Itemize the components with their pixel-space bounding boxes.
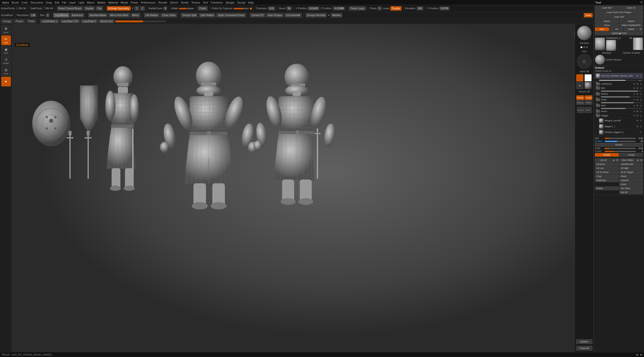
menu-item-transform[interactable]: Transform [209,1,224,5]
paste-list-btn[interactable]: Paste [619,174,643,178]
subtool-visibility-toggle[interactable]: 👁 [636,83,639,85]
append-btn[interactable]: Append [619,178,643,182]
model-canvas[interactable] [12,23,594,352]
subtool-settings-btn[interactable]: ⚙ [640,114,642,117]
accept-btn[interactable]: Accept [619,153,643,157]
stamp-btn[interactable]: Stamp [576,100,584,105]
all-btn[interactable]: All [609,27,624,31]
close-holes-btn[interactable]: Close Holes [160,13,177,17]
subtool-visibility-toggle[interactable]: 👁 [636,75,639,77]
max-ars-btn[interactable]: MaxArs [331,13,342,17]
load-tools-project-btn[interactable]: Load Tools From Project [595,10,643,14]
loops-btn[interactable]: Double [390,6,401,11]
menu-item-movie[interactable]: Movie [120,1,129,5]
subtool-settings-btn[interactable]: ⚙ [640,98,642,101]
viewport[interactable]: TOP LEFT FRONT DynaMesh [12,23,594,352]
menu-item-alpha[interactable]: Alpha [1,1,10,5]
menu-item-tool[interactable]: Tool [202,1,209,5]
flip-btn[interactable]: Flip [96,6,103,11]
rename-btn[interactable]: Rename [595,162,619,166]
subtool-visibility-toggle[interactable]: 👁 [636,87,639,90]
subtool-visibility-toggle[interactable]: 👁 [636,131,639,134]
copy-tool-btn[interactable]: Copy Tool [595,15,643,19]
goz-btn[interactable]: GoZ [595,27,609,31]
toolbar-slider[interactable] [234,8,249,9]
menu-item-zplugin[interactable]: Zplugin [224,1,235,5]
lazy-step[interactable]: LazyStep 0.25 [60,19,80,23]
subtool-visibility-toggle[interactable]: 👁 [636,110,639,113]
zoom-arrow-left[interactable]: ◀ [636,353,638,356]
menu-item-stroke[interactable]: Stroke [180,1,190,5]
menu-item-file[interactable]: File [61,1,67,5]
project-all-btn[interactable]: ProjectAll [576,346,592,350]
double-btn-r1[interactable]: Double [84,6,95,11]
uncrease-btn[interactable]: UnCreaseAll [284,13,301,17]
lightbox-tools-btn[interactable]: Lightbox▶Tools [595,31,643,35]
all-low-btn[interactable]: All Low [595,166,619,170]
subtool-settings-btn[interactable]: ⚙ [640,131,642,134]
menu-item-macro[interactable]: Macro [86,1,96,5]
menu-item-light[interactable]: Light [77,1,85,5]
backtrack-btn[interactable]: Backtrack [70,13,84,17]
move-btn[interactable]: ✥Move [1,25,11,35]
reset-brush-btn[interactable]: Reset Current Brush [57,6,83,11]
close-rp-btn[interactable]: ✕ [640,1,642,4]
subtool-item[interactable]: unit_fo2_christian_iberian_infar 👁 ⚙ [595,73,643,79]
floor-btn[interactable]: Floor [585,100,592,105]
material-sphere[interactable] [577,26,592,40]
subtool-settings-btn[interactable]: ⚙ [640,104,642,107]
lazy-radius[interactable]: LazyRadius 1 [40,19,59,23]
color-btn-dark[interactable]: ■ [576,82,583,89]
menu-item-draw[interactable]: Draw [45,1,53,5]
copy-list-btn[interactable]: Copy [595,174,619,178]
groups-normals-btn[interactable]: Groups Normals [306,13,327,17]
gambeson-thumb[interactable] [595,38,605,50]
double-btn[interactable]: Double [595,153,619,157]
list-all-btn[interactable]: List All [595,158,612,162]
standard-thumb[interactable]: ⬡ [606,40,616,51]
load-tool-btn[interactable]: Load Tool [595,6,619,10]
polish-tab[interactable]: Polish [26,19,37,23]
orange-action-btn[interactable]: ● [1,77,11,86]
subtool-visibility-toggle[interactable]: 👁 [636,114,639,117]
splits-unmasked-btn[interactable]: Splits Unmasked Points [216,13,246,17]
insert-btn[interactable]: Insert [619,183,643,186]
subtool-visibility-toggle[interactable]: 👁 [636,98,639,101]
save-btn[interactable]: Save [584,13,593,17]
mirror-and-weld-btn[interactable]: Mirror And Weld [109,13,130,17]
subtool-item[interactable]: helmet 6 👁 ⚙ [595,92,643,96]
draw-btn[interactable]: ◉Draw [1,46,11,55]
scale-btn[interactable]: ⊞Scale [1,66,11,76]
clone-btn[interactable]: Clone [595,23,619,27]
all-to-target-btn[interactable]: All To Target [619,170,643,174]
groups-tab[interactable]: Groups [1,19,13,23]
subtool-settings-btn[interactable]: ⚙ [640,93,642,95]
delete-btn[interactable]: Delete [595,187,619,190]
menu-item-zscript[interactable]: Zscript [236,1,246,5]
new-folder-btn[interactable]: New Folder [619,158,636,162]
duplicate-btn[interactable]: Duplicate [595,178,619,182]
subtool-visibility-toggle[interactable]: 👁 [636,93,639,95]
visible-btn[interactable]: Visible [624,27,638,31]
sym-z-btn[interactable]: Z [140,6,145,11]
color-btn-white[interactable] [585,74,592,81]
subtool-settings-btn[interactable]: ⚙ [640,75,642,77]
sym-btn[interactable]: S.Sym [577,107,584,113]
cylinder-thumb[interactable] [633,38,643,50]
subtool-item[interactable]: Dagger 3 👁 ⚙ [595,114,643,118]
polish-btn[interactable]: Polish [198,6,208,11]
subtool-item[interactable]: Merged_sword8 👁 ⚙ [595,118,643,124]
menu-item-texture[interactable]: Texture [190,1,201,5]
extract-btn[interactable]: Extract [595,143,643,147]
rotate-btn[interactable]: ↺Rotate [1,56,11,66]
groups-split-btn[interactable]: Groups Split [181,13,198,17]
import-btn[interactable]: Import [595,19,619,23]
subtool-item[interactable]: dagger1_1 👁 ⚙ [595,124,643,129]
subtool-item[interactable]: sword 4 👁 ⚙ [595,109,643,114]
folder-dn-btn[interactable]: ▼ [640,159,643,162]
auto-reorder-btn[interactable]: AutoReorder [619,162,643,166]
menu-item-layer[interactable]: Layer [68,1,77,5]
toolbar-slider[interactable] [179,8,194,9]
persp-btn[interactable]: Persp [576,95,584,100]
subtool-item[interactable]: Belt 6 👁 ⚙ [595,86,643,90]
